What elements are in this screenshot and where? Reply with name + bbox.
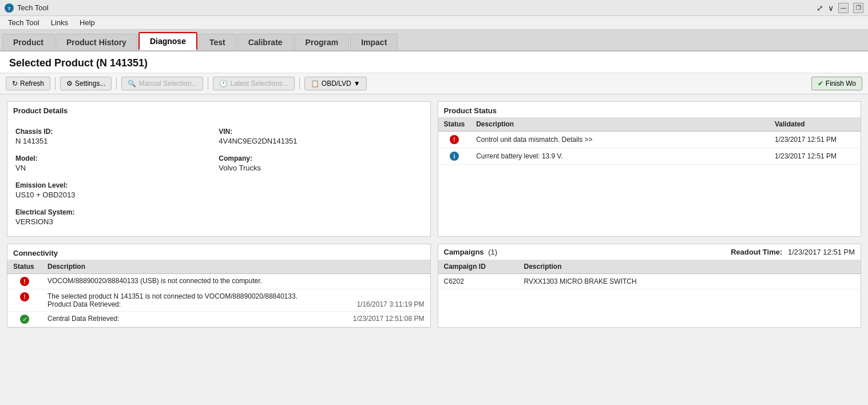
conn-status-cell: ! — [7, 289, 42, 312]
campaigns-count: (1) — [488, 248, 497, 256]
tab-product-history[interactable]: Product History — [56, 34, 137, 50]
model-label: Model: — [15, 154, 219, 162]
conn-description-col-header: Description — [42, 260, 430, 274]
refresh-icon: ↻ — [12, 80, 18, 88]
connectivity-title: Connectivity — [7, 244, 430, 260]
window-controls: ⤢ ∨ — ❐ — [817, 3, 863, 13]
clock-icon: 🕐 — [219, 80, 228, 88]
conn-description-cell: VOCOM/88890020/88840133 (USB) is not con… — [42, 274, 430, 289]
page-title: Selected Product (N 141351) — [9, 57, 859, 69]
product-details-grid: Chassis ID: N 141351 VIN: 4V4NC9EG2DN141… — [15, 123, 422, 231]
finish-work-button[interactable]: ✔ Finish Wo — [811, 77, 862, 90]
campaigns-panel: Campaigns (1) Readout Time: 1/23/2017 12… — [438, 244, 862, 328]
obd-icon: 📋 — [311, 80, 319, 88]
chassis-id-item: Chassis ID: N 141351 — [15, 123, 219, 150]
ok-icon: ✓ — [20, 315, 29, 324]
vin-item: VIN: 4V4NC9EG2DN141351 — [219, 123, 422, 150]
table-row[interactable]: ! VOCOM/88890020/88840133 (USB) is not c… — [7, 274, 430, 289]
conn-status-cell: ✓ — [7, 312, 42, 327]
status-col-header: Status — [438, 117, 471, 132]
model-value: VN — [15, 164, 219, 172]
table-row[interactable]: ! The selected product N 141351 is not c… — [7, 289, 430, 312]
toolbar: ↻ Refresh ⚙ Settings... 🔍 Manual Selecti… — [0, 73, 868, 94]
info-icon: i — [450, 152, 459, 161]
tab-test[interactable]: Test — [199, 34, 236, 50]
tab-program[interactable]: Program — [295, 34, 350, 50]
vin-label: VIN: — [219, 128, 422, 136]
table-row[interactable]: i Current battery level: 13.9 V. 1/23/20… — [438, 148, 861, 165]
tab-product[interactable]: Product — [2, 34, 54, 50]
restore-button[interactable]: ❐ — [853, 3, 863, 13]
validated-cell: 1/23/2017 12:51 PM — [769, 132, 861, 148]
settings-icon: ⚙ — [66, 80, 73, 88]
conn-status-cell: ! — [7, 274, 42, 289]
minimize-button[interactable]: — — [838, 3, 849, 13]
status-cell: ! — [438, 132, 471, 148]
chassis-id-value: N 141351 — [15, 137, 219, 145]
vin-value: 4V4NC9EG2DN141351 — [219, 137, 422, 145]
tab-calibrate[interactable]: Calibrate — [237, 34, 294, 50]
product-status-title: Product Status — [438, 102, 861, 117]
status-cell: i — [438, 148, 471, 165]
description-col-header: Description — [470, 117, 769, 132]
description-cell: Control unit data mismatch. Details >> — [470, 132, 769, 148]
error-icon: ! — [20, 292, 29, 301]
toolbar-separator-3 — [208, 77, 208, 90]
titlebar-title: Tech Tool — [17, 3, 49, 12]
menu-item-links[interactable]: Links — [45, 17, 74, 28]
refresh-button[interactable]: ↻ Refresh — [6, 77, 50, 90]
table-row[interactable]: C6202 RVXX1303 MICRO BRAKE SWITCH — [438, 274, 861, 289]
campaigns-table: Campaign ID Description C6202 RVXX1303 M… — [438, 260, 861, 289]
company-item: Company: Volvo Trucks — [219, 150, 422, 177]
toolbar-separator-1 — [55, 77, 56, 90]
svg-text:T: T — [8, 6, 11, 11]
page-header: Selected Product (N 141351) — [0, 51, 868, 73]
expand-icon[interactable]: ⤢ — [817, 3, 823, 13]
finish-icon: ✔ — [818, 80, 823, 88]
search-icon: 🔍 — [128, 80, 136, 88]
validated-cell: 1/23/2017 12:51 PM — [769, 148, 861, 165]
campaign-id-col-header: Campaign ID — [438, 260, 518, 274]
app-icon: T — [5, 3, 14, 13]
product-status-panel: Product Status Status Description Valida… — [438, 101, 862, 237]
connectivity-panel: Connectivity Status Description ! VOCOM/… — [7, 244, 431, 328]
toolbar-separator-4 — [299, 77, 300, 90]
chevron-down-icon[interactable]: ∨ — [828, 3, 834, 13]
conn-description-cell: Central Data Retrieved:1/23/2017 12:51:0… — [42, 312, 430, 327]
model-item: Model: VN — [15, 150, 219, 177]
tab-diagnose[interactable]: Diagnose — [138, 32, 197, 50]
error-icon: ! — [20, 277, 29, 286]
settings-button[interactable]: ⚙ Settings... — [60, 77, 112, 90]
menubar: Tech Tool Links Help — [0, 16, 868, 30]
campaign-id-cell: C6202 — [438, 274, 518, 289]
validated-col-header: Validated — [769, 117, 861, 132]
readout-value: 1/23/2017 12:51 PM — [788, 248, 855, 256]
company-value: Volvo Trucks — [219, 164, 422, 172]
menu-item-techtool[interactable]: Tech Tool — [2, 17, 45, 28]
manual-selection-button[interactable]: 🔍 Manual Selection... — [121, 77, 203, 90]
tabbar: Product Product History Diagnose Test Ca… — [0, 30, 868, 51]
table-row[interactable]: ! Control unit data mismatch. Details >>… — [438, 132, 861, 148]
table-row[interactable]: ✓ Central Data Retrieved:1/23/2017 12:51… — [7, 312, 430, 327]
campaigns-title: Campaigns (1) — [444, 248, 498, 256]
electrical-item: Electrical System: VERSION3 — [15, 204, 219, 231]
chassis-id-label: Chassis ID: — [15, 128, 219, 136]
description-cell: Current battery level: 13.9 V. — [470, 148, 769, 165]
conn-description-cell: The selected product N 141351 is not con… — [42, 289, 430, 312]
product-details-content: Chassis ID: N 141351 VIN: 4V4NC9EG2DN141… — [7, 117, 430, 236]
emission-label: Emission Level: — [15, 181, 219, 189]
error-icon: ! — [450, 135, 459, 144]
electrical-value: VERSION3 — [15, 217, 219, 226]
tab-impact[interactable]: Impact — [350, 34, 398, 50]
menu-item-help[interactable]: Help — [74, 17, 101, 28]
campaign-desc-cell: RVXX1303 MICRO BRAKE SWITCH — [518, 274, 861, 289]
titlebar: T Tech Tool ⤢ ∨ — ❐ — [0, 0, 868, 16]
obd-lvd-button[interactable]: 📋 OBD/LVD ▼ — [304, 77, 367, 90]
dropdown-arrow-icon: ▼ — [354, 80, 360, 88]
electrical-label: Electrical System: — [15, 208, 219, 216]
product-details-panel: Product Details Chassis ID: N 141351 VIN… — [7, 101, 431, 237]
readout-label: Readout Time: — [731, 248, 782, 256]
emission-item: Emission Level: US10 + OBD2013 — [15, 177, 219, 204]
latest-selections-button[interactable]: 🕐 Latest Selections... — [213, 77, 294, 90]
campaign-desc-col-header: Description — [518, 260, 861, 274]
